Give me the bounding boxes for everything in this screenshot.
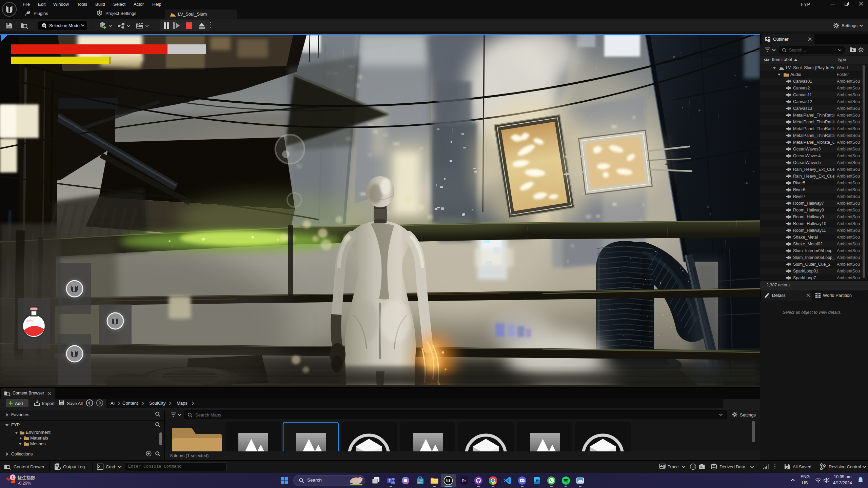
svg-text:T: T [389,479,391,483]
svg-text:Pr: Pr [462,479,466,483]
